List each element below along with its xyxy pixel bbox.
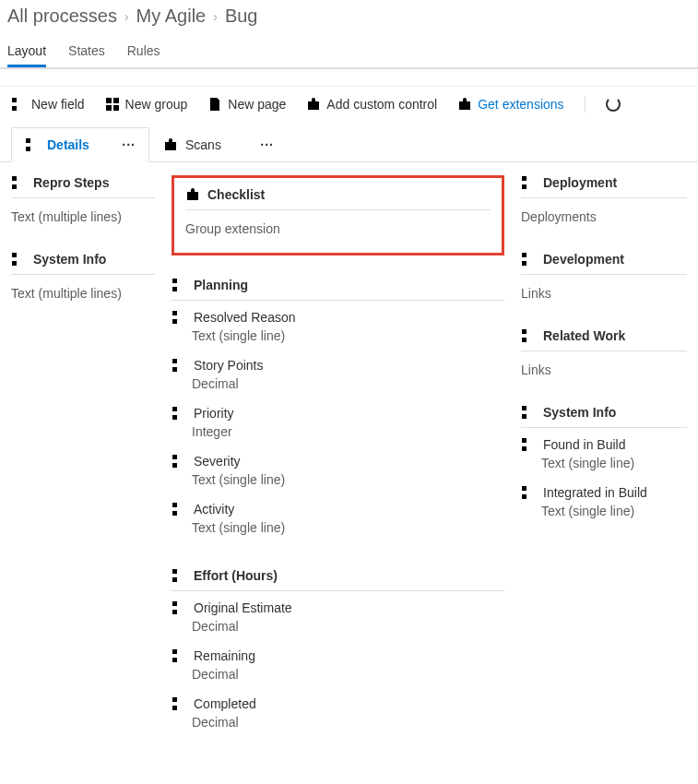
field-type: Decimal — [172, 663, 504, 682]
layout-icon — [25, 137, 40, 152]
field-icon — [172, 568, 186, 583]
field-icon — [172, 648, 186, 663]
group-header[interactable]: Deployment — [521, 175, 687, 198]
group-header[interactable]: System Info — [521, 405, 687, 428]
tab-menu-button[interactable]: ··· — [260, 137, 274, 152]
field-type: Decimal — [172, 711, 504, 730]
group-subtitle: Links — [521, 351, 687, 377]
field-icon — [11, 175, 26, 190]
field-item[interactable]: Original Estimate Decimal — [172, 591, 504, 639]
view-tabs: Layout States Rules — [0, 36, 698, 69]
group-title: Checklist — [207, 187, 265, 202]
group-subtitle: Links — [521, 275, 687, 301]
field-icon — [172, 696, 186, 711]
left-column: Repro Steps Text (multiple lines) System… — [11, 175, 155, 328]
group-title: System Info — [33, 252, 106, 267]
field-name: Completed — [194, 696, 256, 711]
page-tabs: Details ··· Scans ··· — [0, 127, 698, 162]
field-icon — [172, 278, 186, 292]
field-item[interactable]: Integrated in Build Text (single line) — [521, 476, 687, 524]
field-item[interactable]: Found in Build Text (single line) — [521, 428, 687, 476]
layout-columns: Repro Steps Text (multiple lines) System… — [0, 162, 698, 784]
chevron-right-icon: › — [213, 9, 218, 24]
group: Deployment Deployments — [521, 175, 687, 224]
group-header[interactable]: Effort (Hours) — [172, 568, 504, 591]
group-title: Planning — [194, 278, 248, 292]
field-icon — [521, 405, 536, 420]
group-system-info[interactable]: System Info Text (multiple lines) — [11, 252, 155, 301]
field-icon — [11, 252, 26, 267]
field-item[interactable]: Activity Text (single line) — [172, 493, 504, 540]
field-type: Integer — [172, 421, 504, 439]
field-icon — [521, 175, 536, 190]
group-repro-steps[interactable]: Repro Steps Text (multiple lines) — [11, 175, 155, 224]
group: Development Links — [521, 252, 687, 301]
field-item[interactable]: Story Points Decimal — [172, 349, 504, 397]
group-header[interactable]: Planning — [172, 278, 504, 301]
field-icon — [521, 252, 536, 267]
field-name: Remaining — [194, 648, 255, 663]
field-icon — [521, 485, 536, 500]
field-name: Severity — [194, 454, 241, 469]
page-tab-scans[interactable]: Scans ··· — [149, 127, 288, 162]
field-type: Text (single line) — [521, 452, 687, 470]
group-header[interactable]: Development — [521, 252, 687, 275]
group: System Info Found in Build Text (single … — [521, 405, 687, 524]
field-icon — [172, 358, 186, 373]
toolbar: New field New group New page Add custom … — [0, 86, 698, 122]
field-name: Integrated in Build — [543, 485, 647, 500]
field-item[interactable]: Severity Text (single line) — [172, 445, 504, 493]
breadcrumb-item[interactable]: My Agile — [136, 6, 207, 27]
chevron-right-icon: › — [124, 9, 129, 24]
breadcrumb-item[interactable]: Bug — [225, 6, 258, 27]
field-item[interactable]: Completed Decimal — [172, 687, 504, 735]
right-column: Deployment Deployments Development Links… — [521, 175, 687, 552]
tab-menu-button[interactable]: ··· — [122, 137, 136, 152]
field-icon — [172, 502, 186, 517]
tab-states[interactable]: States — [68, 36, 105, 67]
field-icon — [172, 310, 186, 325]
field-icon — [521, 437, 536, 452]
new-group-button[interactable]: New group — [105, 97, 188, 112]
field-name: Resolved Reason — [194, 310, 296, 325]
breadcrumb: All processes › My Agile › Bug — [0, 0, 698, 30]
field-name: Story Points — [194, 358, 263, 373]
add-custom-control-button[interactable]: Add custom control — [306, 97, 437, 112]
field-name: Priority — [194, 406, 234, 421]
checklist-group-highlight: Checklist Group extension — [172, 175, 504, 255]
group-checklist[interactable]: Checklist — [185, 187, 491, 210]
group-subtitle: Deployments — [521, 198, 687, 224]
field-item[interactable]: Remaining Decimal — [172, 639, 504, 687]
toolbar-divider — [585, 96, 586, 113]
page-icon — [207, 97, 222, 112]
field-icon — [521, 328, 536, 343]
field-name: Original Estimate — [194, 600, 292, 615]
bag-icon — [457, 97, 472, 112]
group-header[interactable]: Related Work — [521, 328, 687, 351]
bag-icon — [163, 137, 178, 152]
group-icon — [105, 97, 120, 112]
field-icon — [172, 600, 186, 615]
field-type: Text (multiple lines) — [11, 198, 155, 224]
field-name: Activity — [194, 502, 234, 517]
group-title: Repro Steps — [33, 175, 109, 190]
get-extensions-link[interactable]: Get extensions — [457, 97, 563, 112]
group: Effort (Hours) Original Estimate Decimal… — [172, 568, 504, 735]
bag-icon — [306, 97, 321, 112]
field-icon — [172, 406, 186, 421]
group-title: Effort (Hours) — [194, 568, 278, 583]
group: Related Work Links — [521, 328, 687, 377]
group-title: Deployment — [543, 175, 617, 190]
tab-rules[interactable]: Rules — [127, 36, 160, 67]
field-item[interactable]: Priority Integer — [172, 397, 504, 445]
new-page-button[interactable]: New page — [207, 97, 286, 112]
refresh-button[interactable] — [606, 97, 621, 112]
page-tab-details[interactable]: Details ··· — [11, 127, 149, 162]
field-item[interactable]: Resolved Reason Text (single line) — [172, 301, 504, 349]
breadcrumb-item[interactable]: All processes — [7, 6, 117, 27]
tab-layout[interactable]: Layout — [7, 36, 46, 67]
new-field-button[interactable]: New field — [11, 97, 85, 112]
bag-icon — [185, 187, 200, 202]
group-title: Development — [543, 252, 624, 267]
field-icon — [172, 454, 186, 469]
